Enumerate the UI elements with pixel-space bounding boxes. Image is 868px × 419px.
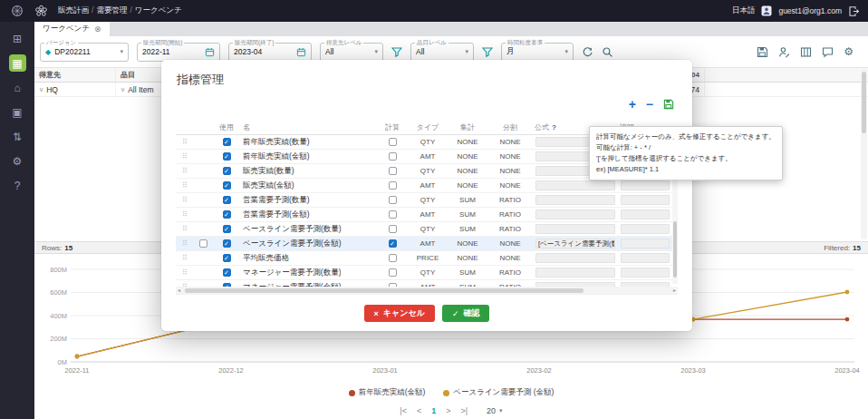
scrollbar-thumb[interactable] xyxy=(673,221,677,278)
first-page-button[interactable]: |< xyxy=(400,406,407,415)
drag-handle-icon[interactable]: ⠿ xyxy=(182,167,188,175)
drag-handle-icon[interactable]: ⠿ xyxy=(182,225,188,233)
measure-row[interactable]: ⠿✓販売実績(金額)AMTNONENONE xyxy=(176,179,678,193)
calendar-icon[interactable] xyxy=(205,47,215,57)
sidebar-item-settings[interactable]: ⚙ xyxy=(9,152,26,170)
measure-row[interactable]: ⠿✓マネージャー需要予測(数量)QTYSUMRATIO xyxy=(176,266,678,280)
tab-workbench[interactable]: ワークベンチ ⊗ xyxy=(34,22,110,36)
calendar-icon[interactable] xyxy=(296,47,306,57)
calc-checkbox[interactable] xyxy=(389,181,397,190)
calc-checkbox[interactable]: ✓ xyxy=(389,239,397,248)
formula-input[interactable] xyxy=(535,180,615,190)
grid-vertical-scrollbar[interactable] xyxy=(861,69,867,239)
sidebar-item-help[interactable]: ? xyxy=(9,177,26,194)
prev-page-button[interactable]: < xyxy=(417,406,421,415)
expand-icon[interactable]: ∨ xyxy=(39,86,43,93)
calc-checkbox[interactable] xyxy=(389,138,397,146)
measure-table-hscrollbar[interactable]: ◂ ▸ xyxy=(176,287,678,294)
next-page-button[interactable]: > xyxy=(446,406,450,415)
item-filter-icon[interactable] xyxy=(482,46,493,57)
scroll-right-icon[interactable]: ▸ xyxy=(673,287,676,293)
used-checkbox[interactable]: ✓ xyxy=(223,196,231,204)
drag-handle-icon[interactable]: ⠿ xyxy=(182,254,188,262)
scrollbar-thumb[interactable] xyxy=(862,72,866,133)
measure-row[interactable]: ⠿✓平均販売価格PRICENONENONE xyxy=(176,251,678,266)
grid-col-customer[interactable]: 得意先 xyxy=(34,68,116,82)
cancel-button[interactable]: × キャンセル xyxy=(364,305,435,322)
save-measures-icon[interactable] xyxy=(663,99,674,110)
logout-icon[interactable] xyxy=(848,5,860,17)
sidebar-item-orders[interactable]: ▣ xyxy=(9,103,26,121)
formula-help-icon[interactable]: ? xyxy=(552,123,556,132)
remove-measure-button[interactable]: − xyxy=(646,98,653,111)
drag-handle-icon[interactable]: ⠿ xyxy=(182,152,188,161)
used-checkbox[interactable]: ✓ xyxy=(223,210,231,219)
measure-row[interactable]: ⠿✓営業需要予測(数量)QTYSUMRATIO xyxy=(176,193,678,208)
formula-input[interactable] xyxy=(535,268,615,278)
language-selector[interactable]: 日本語 xyxy=(732,5,756,16)
desc-input[interactable] xyxy=(621,210,670,219)
drag-handle-icon[interactable]: ⠿ xyxy=(182,181,188,190)
breadcrumb-item[interactable]: ワークベンチ xyxy=(135,5,182,15)
desc-input[interactable] xyxy=(621,180,670,190)
columns-icon[interactable] xyxy=(800,46,812,58)
period-end-field[interactable]: 販売期間(終了) 2023-04 xyxy=(228,43,312,62)
drag-handle-icon[interactable]: ⠿ xyxy=(182,210,188,219)
used-checkbox[interactable]: ✓ xyxy=(223,181,231,190)
used-checkbox[interactable]: ✓ xyxy=(223,167,231,175)
desc-input[interactable] xyxy=(621,195,670,205)
calc-checkbox[interactable] xyxy=(389,167,397,175)
formula-input[interactable] xyxy=(535,224,615,234)
legend-item[interactable]: 前年販売実績(金額) xyxy=(349,387,426,398)
search-icon[interactable] xyxy=(602,46,613,58)
sidebar-item-workbench[interactable]: ▦ xyxy=(9,54,26,72)
confirm-button[interactable]: ✓ 確認 xyxy=(442,305,490,322)
customer-cell[interactable]: ∨ HQ xyxy=(34,83,116,96)
legend-item[interactable]: ベースライン需要予測 (金額) xyxy=(443,387,554,398)
calc-checkbox[interactable] xyxy=(389,268,397,277)
measure-row[interactable]: ⠿✓ベースライン需要予測(数量)QTYSUMRATIO xyxy=(176,222,678,237)
breadcrumb-item[interactable]: 需要管理 xyxy=(96,5,127,15)
formula-input[interactable]: [ベースライン需要予測(数... xyxy=(535,239,615,248)
formula-input[interactable] xyxy=(535,195,615,205)
calc-checkbox[interactable] xyxy=(389,225,397,233)
scrollbar-thumb[interactable] xyxy=(185,288,583,293)
formula-input[interactable] xyxy=(535,253,615,263)
used-checkbox[interactable]: ✓ xyxy=(223,138,231,146)
tab-close-icon[interactable]: ⊗ xyxy=(94,24,101,34)
time-basis-select[interactable]: 時間粒度基準 月 ▾ xyxy=(501,43,574,62)
page-size-select[interactable]: 20 ▾ xyxy=(487,406,503,415)
customer-filter-icon[interactable] xyxy=(391,46,402,57)
used-checkbox[interactable]: ✓ xyxy=(223,152,231,161)
used-checkbox[interactable]: ✓ xyxy=(223,239,231,248)
desc-input[interactable] xyxy=(621,253,670,263)
period-start-field[interactable]: 販売期間(開始) 2022-11 xyxy=(137,43,220,62)
drag-handle-icon[interactable]: ⠿ xyxy=(182,138,188,146)
drag-handle-icon[interactable]: ⠿ xyxy=(182,196,188,204)
comment-icon[interactable] xyxy=(822,46,834,58)
sidebar-item-apps[interactable]: ⊞ xyxy=(9,30,26,47)
calc-checkbox[interactable] xyxy=(389,254,397,262)
formula-input[interactable] xyxy=(535,210,615,219)
breadcrumb-item[interactable]: 販売計画 xyxy=(58,5,89,15)
refresh-icon[interactable] xyxy=(582,46,593,58)
item-level-select[interactable]: 品目レベル All ▾ xyxy=(410,43,474,62)
calc-checkbox[interactable] xyxy=(389,152,397,161)
version-select[interactable]: バージョン ◆ DP202211 ▾ xyxy=(40,43,129,62)
sidebar-item-home[interactable]: ⌂ xyxy=(9,79,26,96)
current-page[interactable]: 1 xyxy=(431,406,436,415)
settings-gear-icon[interactable]: ⚙ xyxy=(844,45,854,58)
drag-handle-icon[interactable]: ⠿ xyxy=(182,239,188,248)
desc-input[interactable] xyxy=(621,224,670,234)
save-icon[interactable] xyxy=(757,46,768,58)
measure-row[interactable]: ⠿✓営業需要予測(金額)AMTSUMRATIO xyxy=(176,208,678,222)
calc-checkbox[interactable] xyxy=(389,210,397,219)
user-edit-icon[interactable] xyxy=(778,46,790,58)
sidebar-item-sync[interactable]: ⇅ xyxy=(9,128,26,145)
desc-input[interactable] xyxy=(621,239,670,248)
used-checkbox[interactable]: ✓ xyxy=(223,254,231,262)
calc-checkbox[interactable] xyxy=(389,196,397,204)
desc-input[interactable] xyxy=(621,268,670,278)
used-checkbox[interactable]: ✓ xyxy=(223,268,231,277)
used-checkbox[interactable]: ✓ xyxy=(223,225,231,233)
